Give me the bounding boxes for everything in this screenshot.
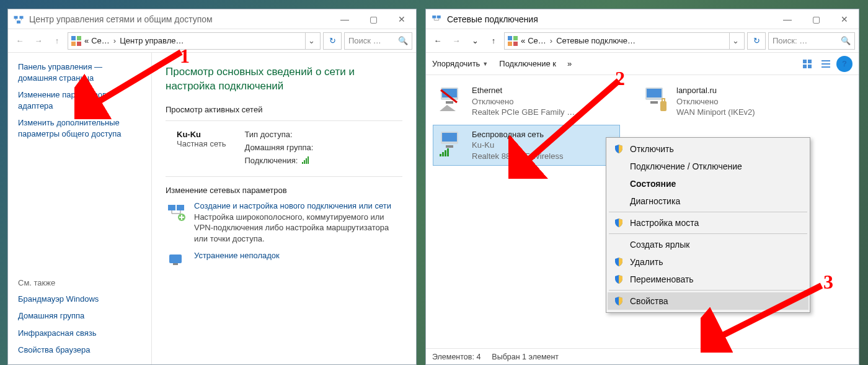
svg-rect-11 [168, 205, 175, 210]
svg-rect-17 [437, 16, 441, 19]
change-settings-title: Изменение сетевых параметров [166, 186, 402, 195]
help-button[interactable]: ? [836, 56, 852, 72]
connection-name: lanportal.ru [676, 85, 755, 96]
cm-connect-disconnect[interactable]: Подключение / Отключение [608, 158, 808, 175]
search-placeholder: Поиск: … [773, 36, 807, 45]
refresh-button[interactable]: ↻ [323, 32, 342, 50]
connection-item-ethernet[interactable]: Ethernet Отключено Realtek PCIe GBE Fami… [433, 81, 619, 122]
link-infrared[interactable]: Инфракрасная связь [18, 328, 141, 339]
connection-item-vpn[interactable]: lanportal.ru Отключено WAN Miniport (IKE… [638, 81, 824, 122]
breadcrumb-current[interactable]: Центр управле… [120, 36, 184, 45]
cm-create-shortcut[interactable]: Создать ярлык [608, 236, 808, 253]
connections-area[interactable]: Ethernet Отключено Realtek PCIe GBE Fami… [426, 75, 859, 348]
breadcrumb-dropdown[interactable]: ⌄ [729, 33, 742, 49]
overflow-menu[interactable]: » [567, 59, 572, 68]
svg-rect-21 [513, 42, 518, 46]
nav-forward-icon[interactable]: → [448, 33, 464, 49]
maximize-button[interactable]: ▢ [359, 10, 388, 29]
nav-recent-icon[interactable]: ⌄ [467, 33, 483, 49]
page-heading: Просмотр основных сведений о сети и наст… [166, 65, 402, 94]
command-bar: Упорядочить▼ Подключение к » ? [426, 53, 859, 75]
view-details-button[interactable] [818, 56, 834, 72]
svg-rect-18 [508, 36, 512, 40]
wifi-signal-icon [301, 156, 310, 164]
chevron-down-icon: ▼ [482, 61, 488, 67]
link-browser-props[interactable]: Свойства браузера [18, 345, 141, 356]
svg-rect-6 [77, 42, 81, 46]
cm-delete[interactable]: Удалить [608, 253, 808, 271]
minimize-button[interactable]: — [773, 10, 802, 29]
breadcrumb-root[interactable]: Се… [528, 36, 546, 45]
svg-rect-4 [77, 36, 81, 40]
new-connection-icon [166, 201, 187, 222]
connection-name: Беспроводная сеть [472, 129, 563, 140]
nav-up-icon[interactable]: ↑ [49, 33, 65, 49]
cm-diagnostics[interactable]: Диагностика [608, 192, 808, 210]
search-icon: 🔍 [398, 36, 408, 45]
view-icons-button[interactable] [799, 56, 815, 72]
cm-rename[interactable]: Переименовать [608, 271, 808, 288]
search-input[interactable]: Поиск: … 🔍 [768, 32, 855, 50]
svg-rect-14 [169, 255, 182, 263]
shield-icon [614, 257, 624, 267]
control-panel-icon [507, 35, 518, 47]
svg-rect-1 [20, 16, 24, 19]
window-title: Центр управления сетями и общим доступом [29, 14, 330, 24]
connect-to-menu[interactable]: Подключение к [499, 59, 556, 68]
titlebar: Сетевые подключения — ▢ ✕ [426, 9, 859, 29]
breadcrumb-current[interactable]: Сетевые подключе… [556, 36, 636, 45]
cm-status[interactable]: Состояние [608, 175, 808, 192]
separator [609, 290, 807, 291]
breadcrumb[interactable]: « Се… › Центр управле… ⌄ [68, 32, 321, 50]
link-troubleshoot[interactable]: Устранение неполадок [194, 251, 280, 260]
link-new-connection[interactable]: Создание и настройка нового подключения … [194, 201, 391, 210]
svg-rect-31 [446, 101, 453, 104]
connection-status: Ku-Ku [472, 140, 563, 151]
link-change-adapter-settings[interactable]: Изменение параметров адаптера [18, 89, 141, 111]
cm-properties[interactable]: Свойства [608, 292, 808, 310]
svg-rect-8 [304, 160, 305, 164]
connection-device: Realtek PCIe GBE Family … [472, 107, 575, 118]
control-panel-icon [71, 35, 82, 47]
nav-back-icon[interactable]: ← [430, 33, 446, 49]
search-input[interactable]: Поиск … 🔍 [344, 32, 412, 50]
cm-bridge[interactable]: Настройка моста [608, 214, 808, 232]
desc-new-connection: Настройка широкополосного, коммутируемог… [194, 212, 402, 245]
shield-icon [614, 274, 624, 284]
refresh-button[interactable]: ↻ [747, 32, 766, 50]
titlebar: Центр управления сетями и общим доступом… [8, 9, 416, 29]
svg-rect-15 [173, 263, 178, 265]
shield-icon [614, 218, 624, 228]
svg-rect-2 [17, 20, 20, 24]
nav-up-icon[interactable]: ↑ [485, 33, 502, 49]
link-homegroup[interactable]: Домашняя группа [18, 310, 141, 322]
connection-name: Ethernet [472, 85, 575, 96]
organize-menu[interactable]: Упорядочить▼ [432, 59, 488, 68]
link-firewall[interactable]: Брандмауэр Windows [18, 294, 141, 305]
svg-rect-41 [440, 154, 441, 156]
link-control-panel-home[interactable]: Панель управления — домашняя страница [18, 61, 141, 83]
label-homegroup: Домашняя группа: [244, 143, 313, 152]
breadcrumb-dropdown[interactable]: ⌄ [305, 33, 317, 49]
svg-rect-5 [71, 42, 76, 46]
wireless-icon [437, 129, 466, 158]
status-selected: Выбран 1 элемент [492, 353, 559, 361]
nav-back-icon[interactable]: ← [12, 33, 28, 49]
network-connections-icon [431, 14, 442, 25]
maximize-button[interactable]: ▢ [802, 10, 830, 29]
svg-rect-39 [442, 133, 457, 142]
breadcrumb-root[interactable]: Се… [91, 36, 110, 45]
svg-rect-34 [647, 89, 662, 97]
minimize-button[interactable]: — [330, 10, 359, 29]
connection-status: Отключено [472, 96, 575, 107]
close-button[interactable]: ✕ [388, 10, 416, 29]
close-button[interactable]: ✕ [830, 10, 859, 29]
cm-disable[interactable]: Отключить [608, 140, 808, 158]
status-bar: Элементов: 4 Выбран 1 элемент [426, 348, 859, 364]
context-menu: Отключить Подключение / Отключение Состо… [606, 137, 810, 313]
link-change-sharing-settings[interactable]: Изменить дополнительные параметры общего… [18, 117, 141, 139]
breadcrumb[interactable]: « Се… › Сетевые подключе… ⌄ [504, 32, 745, 50]
connection-item-wireless[interactable]: Беспроводная сеть Ku-Ku Realtek 8821AE W… [433, 125, 619, 166]
nav-forward-icon[interactable]: → [30, 33, 46, 49]
window-title: Сетевые подключения [447, 14, 773, 24]
